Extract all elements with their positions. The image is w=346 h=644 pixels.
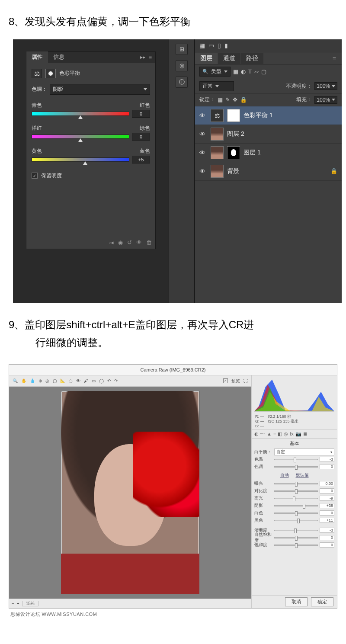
slider-knob[interactable]	[78, 115, 83, 119]
slider-knob[interactable]	[295, 489, 298, 494]
slider-knob[interactable]	[295, 543, 298, 548]
cr-slider-track[interactable]	[274, 490, 318, 492]
layers-menu-icon[interactable]: ≡	[327, 54, 341, 64]
layer-mask-thumb[interactable]	[227, 146, 240, 159]
layer-item[interactable]: 👁 图层 1	[195, 144, 342, 162]
align-icon-4[interactable]: ▮	[224, 42, 228, 49]
layer-item[interactable]: 👁 背景 🔒	[195, 162, 342, 181]
layer-name-label[interactable]: 色彩平衡 1	[243, 112, 273, 119]
wb-tool-icon[interactable]: 💧	[30, 378, 35, 383]
cr-slider-value[interactable]: 0	[320, 542, 334, 548]
clip-to-layer-icon[interactable]: ▫◂	[109, 239, 114, 246]
ok-button[interactable]: 确定	[311, 597, 333, 606]
zoom-tool-icon[interactable]: 🔍	[13, 378, 18, 383]
cb-value-input[interactable]: 0	[132, 133, 150, 141]
toggle-visibility-icon[interactable]: ◉	[118, 239, 123, 246]
filter-adjust-icon[interactable]: ◐	[241, 68, 246, 75]
cb-gradient-track[interactable]	[32, 157, 129, 162]
adj-brush-icon[interactable]: 🖌	[84, 378, 88, 383]
filter-type-icon[interactable]: T	[248, 68, 252, 75]
grad-filter-icon[interactable]: ▭	[92, 378, 96, 383]
cr-tab-basic[interactable]: ◐	[254, 431, 259, 437]
cr-tab-curve[interactable]: 〰	[260, 431, 265, 436]
slider-knob[interactable]	[83, 161, 87, 165]
slider-knob[interactable]	[294, 458, 296, 462]
redeye-icon[interactable]: 👁	[76, 378, 80, 383]
slider-knob[interactable]	[295, 511, 298, 516]
crop-tool-icon[interactable]: ▢	[53, 378, 57, 383]
filter-pixel-icon[interactable]: ▦	[233, 68, 238, 75]
rotate-ccw-icon[interactable]: ↶	[107, 378, 111, 383]
layer-name-label[interactable]: 背景	[227, 167, 239, 175]
cr-slider-value[interactable]: 0	[320, 464, 334, 469]
hand-tool-icon[interactable]: ✋	[21, 378, 26, 383]
tone-select[interactable]: 阴影	[50, 84, 150, 95]
align-icon-3[interactable]: ▯	[218, 42, 221, 49]
cr-slider-value[interactable]: 0	[320, 488, 334, 493]
delete-icon[interactable]: 🗑	[146, 239, 152, 246]
slider-knob[interactable]	[78, 138, 83, 142]
slider-knob[interactable]	[297, 519, 300, 523]
lock-position-icon[interactable]: ✥	[233, 96, 237, 103]
cr-slider-value[interactable]: -3	[320, 528, 334, 533]
panel-menu-icon[interactable]: ≡	[149, 54, 155, 60]
layer-mask-icon[interactable]	[45, 69, 56, 78]
fill-input[interactable]: 100%	[314, 96, 337, 104]
lock-paint-icon[interactable]: ✎	[225, 96, 230, 103]
cr-tab-detail[interactable]: ▲	[267, 431, 272, 436]
cb-value-input[interactable]: +5	[132, 156, 150, 163]
tab-properties[interactable]: 属性	[26, 51, 48, 63]
cr-slider-track[interactable]	[274, 545, 318, 546]
eye-icon[interactable]: 👁	[136, 239, 142, 246]
cr-wb-select[interactable]: 自定 ▾	[274, 449, 334, 455]
tab-paths[interactable]: 路径	[241, 53, 263, 64]
spot-removal-icon[interactable]: ◌	[69, 378, 73, 383]
cr-slider-track[interactable]	[274, 459, 318, 460]
cr-slider-track[interactable]	[274, 483, 318, 484]
cr-slider-value[interactable]: 0	[320, 535, 334, 540]
cr-slider-value[interactable]: 0	[320, 510, 334, 516]
align-icon-2[interactable]: ▭	[208, 42, 214, 49]
cb-gradient-track[interactable]	[32, 112, 129, 116]
slider-knob[interactable]	[303, 504, 305, 509]
cr-slider-value[interactable]: -9	[320, 496, 334, 501]
visibility-eye-icon[interactable]: 👁	[199, 168, 207, 175]
visibility-eye-icon[interactable]: 👁	[199, 131, 207, 138]
cr-slider-track[interactable]	[274, 505, 318, 506]
slider-knob[interactable]	[295, 482, 298, 487]
cr-slider-track[interactable]	[274, 513, 318, 514]
cr-slider-track[interactable]	[274, 520, 318, 521]
preview-checkbox[interactable]: ✓	[223, 378, 228, 383]
lock-all-icon[interactable]: 🔒	[240, 96, 247, 103]
cb-gradient-track[interactable]	[32, 135, 129, 139]
opacity-input[interactable]: 100%	[314, 82, 337, 90]
cr-slider-value[interactable]: +11	[320, 518, 334, 523]
rotate-cw-icon[interactable]: ↷	[114, 378, 118, 383]
reset-icon[interactable]: ↺	[127, 239, 132, 246]
cr-tab-cal[interactable]: 📷	[295, 431, 301, 437]
align-icon[interactable]: ▦	[199, 42, 205, 49]
slider-knob[interactable]	[294, 529, 297, 533]
layer-name-label[interactable]: 图层 1	[243, 149, 261, 157]
target-adjust-icon[interactable]: ◎	[45, 378, 49, 383]
filter-shape-icon[interactable]: ▱	[254, 68, 259, 75]
tab-channels[interactable]: 通道	[218, 53, 240, 64]
blend-mode-select[interactable]: 正常	[199, 81, 234, 91]
cr-tab-split[interactable]: ◧	[278, 431, 282, 437]
straighten-icon[interactable]: 📐	[60, 378, 65, 383]
slider-knob[interactable]	[295, 465, 298, 470]
tab-layers[interactable]: 图层	[195, 53, 218, 64]
filter-smart-icon[interactable]: ▢	[261, 68, 266, 75]
lock-transparent-icon[interactable]: ▦	[218, 96, 223, 103]
layer-item[interactable]: 👁 ⚖ 色彩平衡 1	[195, 106, 342, 125]
cr-tab-preset[interactable]: ≣	[303, 431, 307, 437]
visibility-eye-icon[interactable]: 👁	[199, 149, 207, 156]
layer-mask-thumb[interactable]	[227, 109, 240, 122]
collapse-icon[interactable]: ▸▸	[140, 54, 149, 60]
cr-canvas[interactable]	[9, 387, 251, 599]
cancel-button[interactable]: 取消	[285, 597, 308, 606]
cr-tab-hsl[interactable]: ≡	[273, 431, 276, 436]
tab-info[interactable]: 信息	[48, 51, 70, 63]
filter-type-select[interactable]: 🔍 类型	[199, 67, 231, 77]
cr-slider-track[interactable]	[274, 530, 318, 531]
